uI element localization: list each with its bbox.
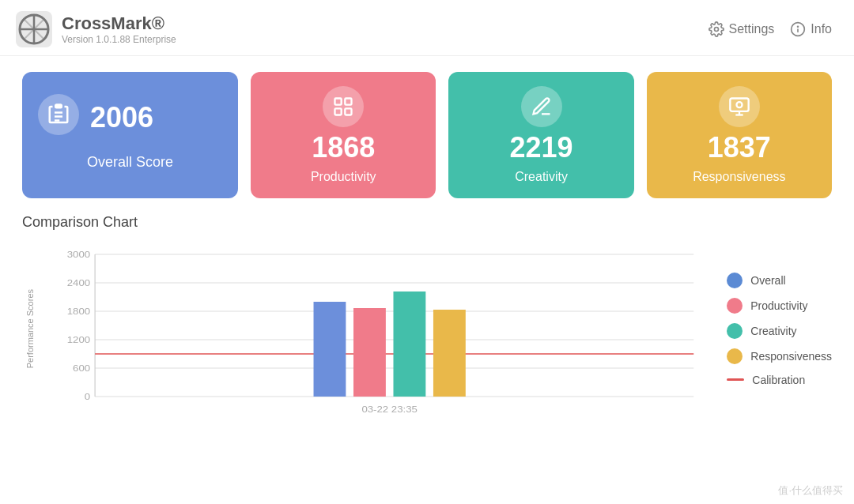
app-version: Version 1.0.1.88 Enterprise [62,34,176,45]
productivity-icon-circle [323,86,364,127]
card-productivity: 1868 Productivity [251,72,436,198]
overall-label: Overall Score [87,154,173,171]
chart-inner: 3000 2400 1800 1200 600 0 03-22 23:35 [38,239,703,420]
bar-responsiveness [433,310,466,397]
legend-responsiveness-label: Responsiveness [750,350,832,363]
card-overall-top: 2006 [38,94,222,140]
info-button[interactable]: Info [790,21,832,37]
score-cards-row: 2006 Overall Score 1868 Productivity 221… [0,56,854,214]
pen-icon [531,96,553,118]
svg-text:600: 600 [73,363,90,374]
svg-point-19 [736,102,742,107]
legend-overall-label: Overall [750,274,785,287]
legend-calibration: Calibration [727,374,832,386]
svg-point-4 [714,28,718,32]
overall-score: 2006 [90,102,153,134]
creativity-score: 2219 [510,132,573,164]
productivity-label: Productivity [311,170,376,184]
legend-productivity-dot [727,298,743,314]
creativity-label: Creativity [515,170,568,184]
svg-rect-15 [346,108,352,115]
legend-overall-dot [727,273,743,288]
legend-creativity-label: Creativity [750,325,796,337]
info-icon [790,21,806,37]
grid-icon [332,96,354,118]
watermark: 值·什么值得买 [778,483,843,498]
svg-rect-8 [55,105,62,108]
settings-label: Settings [729,22,775,36]
settings-icon [709,21,724,37]
app-header: CrossMark® Version 1.0.1.88 Enterprise S… [0,0,854,56]
chart-section: Comparison Chart Performance Scores 3000 [0,214,854,420]
legend-productivity-label: Productivity [750,299,807,312]
creativity-icon-circle [521,86,562,127]
legend-calibration-label: Calibration [752,374,805,386]
card-overall: 2006 Overall Score [22,72,238,198]
responsiveness-label: Responsiveness [693,170,785,184]
card-creativity: 2219 Creativity [448,72,633,198]
legend-creativity: Creativity [727,323,832,339]
info-label: Info [811,22,832,36]
bar-overall [314,302,346,397]
overall-icon-circle [38,94,79,135]
svg-text:03-22 23:35: 03-22 23:35 [361,404,418,415]
svg-rect-12 [335,99,342,105]
legend-responsiveness: Responsiveness [727,348,832,364]
responsiveness-score: 1837 [708,132,771,164]
legend-creativity-dot [727,323,743,339]
clipboard-icon [47,103,70,126]
app-title: CrossMark® [62,13,176,34]
svg-text:0: 0 [85,392,91,402]
chart-title: Comparison Chart [22,214,832,231]
bar-creativity [393,291,425,397]
responsiveness-icon-circle [719,86,760,127]
svg-rect-13 [346,99,352,105]
y-axis-label: Performance Scores [22,289,38,368]
legend-responsiveness-dot [727,348,743,364]
header-left: CrossMark® Version 1.0.1.88 Enterprise [16,11,176,47]
card-responsiveness: 1837 Responsiveness [647,72,832,198]
svg-text:3000: 3000 [67,250,91,260]
legend-calibration-line [727,378,744,381]
app-logo-icon [16,11,52,47]
svg-rect-14 [335,108,342,115]
chart-area: Performance Scores 3000 2400 1800 1200 [22,239,832,420]
app-title-block: CrossMark® Version 1.0.1.88 Enterprise [62,13,176,45]
svg-text:2400: 2400 [67,278,91,288]
legend-overall: Overall [727,273,832,288]
bar-productivity [353,308,386,397]
chart-svg: 3000 2400 1800 1200 600 0 03-22 23:35 [38,239,703,420]
monitor-icon [728,96,750,118]
productivity-score: 1868 [312,132,375,164]
chart-legend: Overall Productivity Creativity Responsi… [703,239,832,420]
svg-text:1800: 1800 [67,307,91,317]
svg-text:1200: 1200 [67,335,91,345]
header-right: Settings Info [709,21,833,37]
settings-button[interactable]: Settings [709,21,775,37]
legend-productivity: Productivity [727,298,832,314]
svg-rect-16 [730,99,748,111]
